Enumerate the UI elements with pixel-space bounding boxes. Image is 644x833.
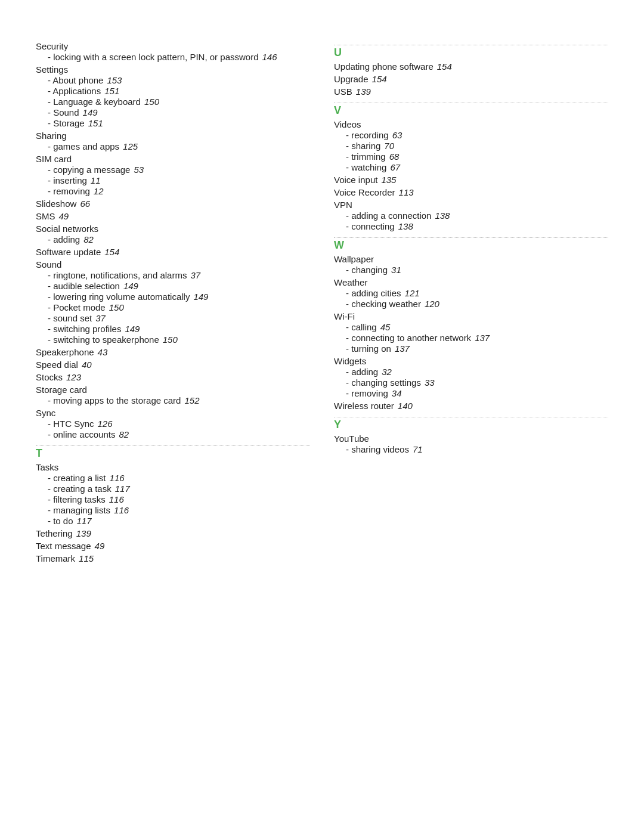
page-number-ref: 140 bbox=[398, 401, 413, 411]
entry-sub: - connecting138 bbox=[334, 221, 608, 231]
page-number-ref: 70 bbox=[384, 141, 394, 151]
entry-main: YouTube bbox=[334, 433, 608, 444]
page-number-ref: 151 bbox=[88, 118, 103, 128]
section-letter-v: V bbox=[334, 104, 608, 117]
entry-sub: - adding a connection138 bbox=[334, 210, 608, 221]
page-number-ref: 117 bbox=[77, 516, 92, 526]
page-number-ref: 53 bbox=[134, 165, 144, 175]
section-letter-w: W bbox=[334, 239, 608, 252]
page-number-ref: 116 bbox=[109, 494, 124, 504]
entry-main: Wi-Fi bbox=[334, 311, 608, 321]
entry-main: Tethering139 bbox=[36, 528, 310, 538]
entry-sub: - switching to speakerphone150 bbox=[36, 335, 310, 345]
entry-main: Software update154 bbox=[36, 247, 310, 257]
entry-sub: - creating a list116 bbox=[36, 473, 310, 483]
page-number-ref: 71 bbox=[413, 444, 423, 454]
entry-main: Sound bbox=[36, 259, 310, 270]
entry-sub: - audible selection149 bbox=[36, 281, 310, 291]
entry-main: Sync bbox=[36, 408, 310, 418]
entry-sub: - Pocket mode150 bbox=[36, 302, 310, 312]
entry-sub: - adding cities121 bbox=[334, 288, 608, 298]
entry-main: Stocks123 bbox=[36, 372, 310, 382]
entry-sub: - online accounts82 bbox=[36, 429, 310, 439]
entry-sub: - switching profiles149 bbox=[36, 324, 310, 334]
entry-sub: - games and apps125 bbox=[36, 141, 310, 151]
page-number-ref: 146 bbox=[262, 52, 277, 62]
page-number-ref: 137 bbox=[475, 333, 490, 343]
entry-sub: - copying a message53 bbox=[36, 165, 310, 175]
page-number-ref: 82 bbox=[83, 234, 94, 244]
entry-sub: - trimming68 bbox=[334, 151, 608, 162]
entry-main: Storage card bbox=[36, 385, 310, 395]
page-header bbox=[36, 18, 608, 27]
page-number-ref: 153 bbox=[107, 75, 122, 85]
index-content: Security- locking with a screen lock pat… bbox=[36, 39, 608, 563]
page-number-ref: 40 bbox=[82, 360, 92, 370]
page-number-ref: 67 bbox=[390, 162, 400, 172]
page-number-ref: 68 bbox=[389, 151, 400, 162]
entry-main: Slideshow66 bbox=[36, 199, 310, 209]
section-letter-y: Y bbox=[334, 419, 608, 431]
page-number-ref: 113 bbox=[399, 187, 414, 197]
entry-sub: - creating a task117 bbox=[36, 484, 310, 494]
page-number-ref: 116 bbox=[114, 505, 129, 515]
entry-main: Timemark115 bbox=[36, 553, 310, 563]
entry-main: SMS49 bbox=[36, 211, 310, 221]
entry-sub: - Sound149 bbox=[36, 107, 310, 117]
entry-sub: - Applications151 bbox=[36, 86, 310, 96]
entry-sub: - sharing70 bbox=[334, 141, 608, 151]
page-number-ref: 137 bbox=[395, 343, 410, 354]
entry-sub: - adding32 bbox=[334, 367, 608, 377]
entry-main: SIM card bbox=[36, 154, 310, 164]
entry-sub: - filtering tasks116 bbox=[36, 494, 310, 504]
left-column: Security- locking with a screen lock pat… bbox=[36, 39, 310, 563]
entry-main: Text message49 bbox=[36, 541, 310, 551]
page-number-ref: 33 bbox=[425, 377, 435, 388]
page-number-ref: 154 bbox=[437, 61, 452, 72]
entry-sub: - moving apps to the storage card152 bbox=[36, 395, 310, 405]
page-number-ref: 154 bbox=[104, 247, 119, 257]
entry-main: Wireless router140 bbox=[334, 401, 608, 411]
page-number-ref: 150 bbox=[109, 302, 124, 312]
entry-sub: - lowering ring volume automatically149 bbox=[36, 292, 310, 302]
entry-main: Voice Recorder113 bbox=[334, 187, 608, 197]
page-number-ref: 149 bbox=[83, 107, 98, 117]
page-number-ref: 138 bbox=[398, 221, 413, 231]
entry-sub: - adding82 bbox=[36, 234, 310, 244]
page-number-ref: 32 bbox=[382, 367, 392, 377]
page-number-ref: 139 bbox=[356, 86, 371, 97]
entry-main: Speed dial40 bbox=[36, 360, 310, 370]
entry-main: Videos bbox=[334, 119, 608, 129]
entry-main: Sharing bbox=[36, 131, 310, 141]
page-number-ref: 149 bbox=[123, 281, 138, 291]
entry-sub: - calling45 bbox=[334, 322, 608, 332]
entry-main: Speakerphone43 bbox=[36, 347, 310, 357]
page-number-ref: 149 bbox=[125, 324, 140, 334]
page-number-ref: 120 bbox=[425, 299, 439, 309]
page-number-ref: 121 bbox=[405, 288, 420, 298]
page-number-ref: 12 bbox=[94, 186, 104, 196]
entry-main: Voice input135 bbox=[334, 175, 608, 185]
entry-main: Settings bbox=[36, 64, 310, 75]
section-divider bbox=[334, 417, 608, 417]
entry-sub: - recording63 bbox=[334, 130, 608, 140]
page-number-ref: 125 bbox=[123, 141, 138, 151]
page-number-ref: 37 bbox=[190, 270, 200, 280]
section-divider bbox=[334, 237, 608, 238]
page-number-ref: 37 bbox=[95, 313, 106, 323]
page-number-ref: 123 bbox=[66, 372, 81, 382]
entry-main: Tasks bbox=[36, 462, 310, 472]
page-number-ref: 31 bbox=[391, 265, 401, 275]
page-number-ref: 117 bbox=[115, 484, 130, 494]
page-number-ref: 34 bbox=[392, 388, 402, 398]
page-number-ref: 138 bbox=[435, 210, 450, 221]
entry-sub: - ringtone, notifications, and alarms37 bbox=[36, 270, 310, 280]
page-number-ref: 49 bbox=[59, 211, 69, 221]
page-number-ref: 45 bbox=[380, 322, 391, 332]
page-number-ref: 115 bbox=[79, 553, 94, 563]
page-number-ref: 126 bbox=[98, 419, 113, 429]
page-number-ref: 152 bbox=[184, 395, 199, 405]
page-number-ref: 66 bbox=[80, 199, 90, 209]
entry-main: Wallpaper bbox=[334, 254, 608, 264]
page-number-ref: 149 bbox=[193, 292, 208, 302]
